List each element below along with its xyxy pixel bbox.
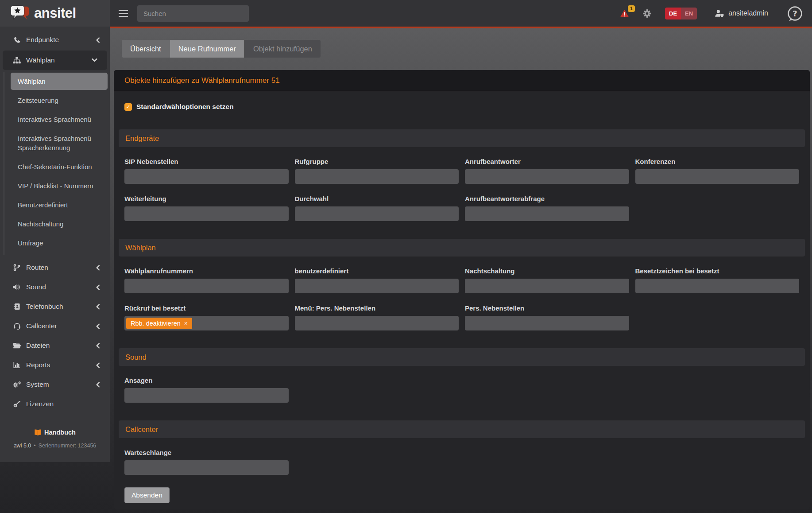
field-sip-nebenstellen: SIP Nebenstellen xyxy=(124,158,289,184)
sidebar-item-label: System xyxy=(26,381,49,389)
sidebar-item-reports[interactable]: Reports xyxy=(0,355,110,375)
sidebar-subitem-interaktives-sprachmenü[interactable]: Interaktives Sprachmenü xyxy=(4,110,110,129)
tab-übersicht[interactable]: Übersicht xyxy=(122,40,170,58)
checkbox-label: Standardwähloptionen setzen xyxy=(136,103,234,111)
field-label: Nachtschaltung xyxy=(465,267,629,275)
sidebar-item-wählplan[interactable]: Wählplan xyxy=(3,51,107,70)
svg-text:?: ? xyxy=(793,9,797,18)
tabbar: ÜbersichtNeue RufnummerObjekt hinzufügen xyxy=(122,40,321,58)
input-sip-nebenstellen[interactable] xyxy=(124,169,289,184)
field-label: Warteschlange xyxy=(124,449,289,456)
address-book-icon xyxy=(12,303,21,310)
user-menu[interactable]: ansiteladmin xyxy=(715,9,768,17)
input-ansagen[interactable] xyxy=(124,388,289,403)
input-konferenzen[interactable] xyxy=(635,169,800,184)
tab-neue-rufnummer[interactable]: Neue Rufnummer xyxy=(170,40,244,58)
chip-remove-icon[interactable]: × xyxy=(184,320,188,327)
field-weiterleitung: Weiterleitung xyxy=(124,195,289,221)
language-switch: DE EN xyxy=(665,8,697,19)
alerts-button[interactable]: 1 xyxy=(620,9,629,18)
field-grid-endgeräte: SIP NebenstellenRufgruppeAnrufbeantworte… xyxy=(124,158,799,221)
input-menü-pers-nebenstellen[interactable] xyxy=(295,316,459,330)
sidebar-subitem-vip-blacklist-nummern[interactable]: VIP / Blacklist - Nummern xyxy=(4,176,110,195)
chevron-left-icon xyxy=(96,343,100,349)
multiselect-rückruf-bei-besetzt[interactable]: Rbb. deaktivieren× xyxy=(124,316,289,330)
field-nachtschaltung: Nachtschaltung xyxy=(465,267,629,293)
sidebar-item-sound[interactable]: Sound xyxy=(0,277,110,297)
chat-bubbles-icon xyxy=(11,5,31,22)
field-grid-callcenter: Warteschlange xyxy=(124,449,799,475)
input-anrufbeantworter[interactable] xyxy=(465,169,629,184)
checkbox-checked-icon[interactable]: ✓ xyxy=(124,103,132,111)
field-label: Wählplanrufnummern xyxy=(124,267,289,275)
help-circle-icon[interactable]: ? xyxy=(787,5,803,22)
alert-count-badge: 1 xyxy=(628,5,635,12)
input-pers-nebenstellen[interactable] xyxy=(465,316,629,330)
form-sections: EndgeräteSIP NebenstellenRufgruppeAnrufb… xyxy=(124,129,799,475)
input-besetztzeichen-bei-besetzt[interactable] xyxy=(635,279,800,293)
sidebar-item-dateien[interactable]: Dateien xyxy=(0,336,110,355)
panel-title: Objekte hinzufügen zu Wählplanrufnummer … xyxy=(124,76,280,85)
sidebar-subitem-benutzerdefiniert[interactable]: Benutzerdefiniert xyxy=(4,195,110,214)
chevron-left-icon xyxy=(96,323,100,329)
sidebar-item-telefonbuch[interactable]: Telefonbuch xyxy=(0,297,110,316)
bar-chart-icon xyxy=(12,361,21,369)
hamburger-icon[interactable] xyxy=(119,10,130,17)
sidebar-subitem-interaktives-sprachmenü-spracherkennung[interactable]: Interaktives Sprachmenü Spracherkennung xyxy=(4,129,110,157)
field-label: Weiterleitung xyxy=(124,195,289,202)
chevron-left-icon xyxy=(96,362,100,368)
user-shield-icon xyxy=(715,9,724,17)
field-grid-wählplan: WählplanrufnummernbenutzerdefiniertNacht… xyxy=(124,267,799,330)
field-besetztzeichen-bei-besetzt: Besetztzeichen bei besetzt xyxy=(635,267,800,293)
sidebar-subitem-chef-sekretärin-funktion[interactable]: Chef-Sekretärin-Funktion xyxy=(4,157,110,176)
sidebar-subitem-nachtschaltung[interactable]: Nachtschaltung xyxy=(4,214,110,233)
route-icon xyxy=(12,264,21,271)
version-info: awi 5.0•Seriennummer: 123456 xyxy=(0,443,110,449)
form-panel: Objekte hinzufügen zu Wählplanrufnummer … xyxy=(114,70,810,509)
lang-de-button[interactable]: DE xyxy=(665,8,681,19)
search-input[interactable] xyxy=(137,5,249,22)
field-rückruf-bei-besetzt: Rückruf bei besetztRbb. deaktivieren× xyxy=(124,304,289,330)
folder-open-icon xyxy=(12,342,21,349)
field-konferenzen: Konferenzen xyxy=(635,158,800,184)
field-label: benutzerdefiniert xyxy=(295,267,459,275)
sidebar-item-routen[interactable]: Routen xyxy=(0,258,110,277)
handbuch-link[interactable]: Handbuch xyxy=(0,429,110,436)
input-nachtschaltung[interactable] xyxy=(465,279,629,293)
default-dial-options-checkbox-row[interactable]: ✓ Standardwähloptionen setzen xyxy=(124,103,799,111)
field-label: Anrufbeantworter xyxy=(465,158,629,165)
serial-number: Seriennummer: 123456 xyxy=(39,443,97,449)
field-label: Menü: Pers. Nebenstellen xyxy=(295,304,459,312)
sidebar-item-label: Dateien xyxy=(26,342,50,350)
input-benutzerdefiniert[interactable] xyxy=(295,279,459,293)
sidebar-item-lizenzen[interactable]: Lizenzen xyxy=(0,394,110,414)
field-benutzerdefiniert: benutzerdefiniert xyxy=(295,267,459,293)
sidebar-item-callcenter[interactable]: Callcenter xyxy=(0,316,110,336)
sidebar-item-system[interactable]: System xyxy=(0,375,110,394)
sidebar-subitem-umfrage[interactable]: Umfrage xyxy=(4,233,110,253)
app-logo[interactable]: ansitel xyxy=(0,0,110,27)
submit-button[interactable]: Absenden xyxy=(124,487,170,503)
input-rufgruppe[interactable] xyxy=(295,169,459,184)
tab-objekt-hinzufügen: Objekt hinzufügen xyxy=(244,40,321,58)
sidebar-submenu: WählplanZeitsteuerungInteraktives Sprach… xyxy=(4,72,110,255)
sidebar-nav: EndpunkteWählplanWählplanZeitsteuerungIn… xyxy=(0,30,110,414)
input-weiterleitung[interactable] xyxy=(124,206,289,221)
key-icon xyxy=(12,400,21,408)
username: ansiteladmin xyxy=(728,9,768,17)
section-header-callcenter: Callcenter xyxy=(119,420,805,438)
input-wählplanrufnummern[interactable] xyxy=(124,279,289,293)
field-anrufbeantworter: Anrufbeantworter xyxy=(465,158,629,184)
panel-header: Objekte hinzufügen zu Wählplanrufnummer … xyxy=(114,70,810,91)
sidebar-subitem-wählplan[interactable]: Wählplan xyxy=(11,73,108,90)
sidebar-subitem-zeitsteuerung[interactable]: Zeitsteuerung xyxy=(4,91,110,110)
field-wählplanrufnummern: Wählplanrufnummern xyxy=(124,267,289,293)
gear-icon[interactable] xyxy=(642,9,652,18)
input-anrufbeantworterabfrage[interactable] xyxy=(465,206,629,221)
lang-en-button[interactable]: EN xyxy=(681,8,697,19)
input-durchwahl[interactable] xyxy=(295,206,459,221)
sidebar-item-endpunkte[interactable]: Endpunkte xyxy=(0,30,110,50)
input-warteschlange[interactable] xyxy=(124,460,289,475)
sidebar-item-label: Wählplan xyxy=(26,56,55,64)
sidebar-item-label: Telefonbuch xyxy=(26,303,63,311)
